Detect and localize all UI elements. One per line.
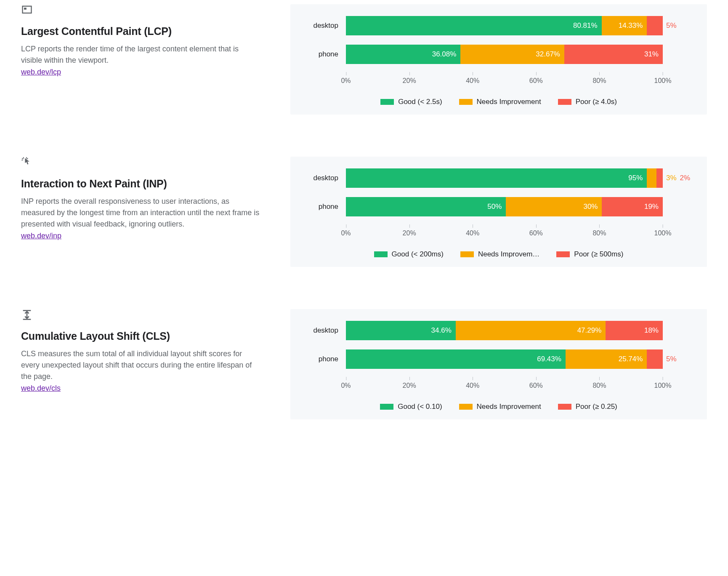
bar-row: phone50%30%19% — [307, 197, 690, 216]
bar-track: 69.43%25.74% — [346, 349, 663, 369]
legend-label: Needs Improvement — [477, 98, 541, 106]
legend-swatch — [374, 251, 388, 257]
axis-tick: 80% — [592, 77, 606, 85]
axis-tick: 60% — [529, 77, 543, 85]
bar-category-label: phone — [307, 203, 346, 211]
svg-rect-1 — [24, 8, 27, 10]
bar-value-label-outside: 2% — [677, 174, 691, 182]
bar-value-label: 47.29% — [577, 326, 602, 335]
metric-cls-description: CLS measures the sum total of all indivi… — [21, 348, 261, 382]
metric-inp-info: Interaction to Next Paint (INP)INP repor… — [21, 157, 261, 267]
metric-inp-link[interactable]: web.dev/inp — [21, 232, 61, 240]
metric-cls-link[interactable]: web.dev/cls — [21, 384, 61, 392]
axis-tick: 80% — [592, 229, 606, 237]
chart-box: desktop95%3%2%phone50%30%19%0%20%40%60%8… — [290, 157, 707, 267]
legend-label: Good (< 200ms) — [392, 250, 444, 259]
bar-seg-orange: 25.74% — [566, 349, 647, 369]
bar-value-label-outside: 5% — [663, 355, 677, 363]
axis-tick: 20% — [403, 77, 416, 85]
bar-seg-orange: 47.29% — [456, 321, 606, 340]
metric-inp: Interaction to Next Paint (INP)INP repor… — [21, 157, 707, 267]
bar-row: desktop80.81%14.33%5% — [307, 16, 690, 35]
bar-outside-labels: 5% — [663, 349, 690, 369]
legend-label: Good (< 2.5s) — [398, 98, 442, 106]
x-axis: 0%20%40%60%80%100% — [307, 73, 690, 88]
bar-seg-red — [656, 168, 663, 188]
bar-seg-green: 69.43% — [346, 349, 566, 369]
axis-tick: 80% — [592, 382, 606, 389]
legend-swatch — [380, 404, 393, 410]
legend-label: Poor (≥ 4.0s) — [576, 98, 617, 106]
bar-category-label: desktop — [307, 326, 346, 335]
bar-category-label: desktop — [307, 174, 346, 182]
legend-item-good: Good (< 0.10) — [380, 403, 442, 411]
legend-item-needs: Needs Improvem… — [460, 250, 539, 259]
bar-value-label: 34.6% — [431, 326, 452, 335]
bar-outside-labels: 5% — [663, 16, 690, 35]
legend-item-needs: Needs Improvement — [459, 98, 541, 106]
legend-item-good: Good (< 2.5s) — [380, 98, 442, 106]
legend-item-good: Good (< 200ms) — [374, 250, 444, 259]
bar-row: desktop34.6%47.29%18% — [307, 321, 690, 340]
svg-line-6 — [27, 158, 28, 159]
metric-lcp-description: LCP reports the render time of the large… — [21, 43, 261, 66]
cls-icon — [21, 309, 33, 321]
axis-tick: 20% — [403, 229, 416, 237]
bar-value-label: 25.74% — [619, 355, 643, 363]
bar-row: phone36.08%32.67%31% — [307, 45, 690, 64]
legend-label: Needs Improvement — [477, 403, 541, 411]
chart-legend: Good (< 0.10)Needs ImprovementPoor (≥ 0.… — [307, 403, 690, 411]
bar-value-label: 31% — [644, 50, 659, 59]
bar-track: 36.08%32.67%31% — [346, 45, 663, 64]
x-axis: 0%20%40%60%80%100% — [307, 378, 690, 392]
axis-tick: 60% — [529, 382, 543, 389]
legend-item-needs: Needs Improvement — [459, 403, 541, 411]
bar-seg-red — [647, 349, 663, 369]
legend-swatch — [380, 99, 394, 105]
bar-seg-orange: 14.33% — [602, 16, 647, 35]
legend-item-poor: Poor (≥ 0.25) — [558, 403, 617, 411]
bar-seg-orange — [647, 168, 656, 188]
legend-swatch — [558, 404, 571, 410]
bar-outside-labels — [663, 321, 690, 340]
metric-lcp-link[interactable]: web.dev/lcp — [21, 68, 61, 76]
legend-label: Needs Improvem… — [478, 250, 539, 259]
legend-swatch — [459, 404, 473, 410]
axis-tick: 60% — [529, 229, 543, 237]
bar-seg-green: 95% — [346, 168, 647, 188]
svg-line-3 — [22, 158, 23, 159]
bar-row: desktop95%3%2% — [307, 168, 690, 188]
axis-tick: 0% — [341, 382, 351, 389]
axis-tick: 100% — [654, 382, 672, 389]
bar-value-label-outside: 3% — [663, 174, 677, 182]
bar-value-label: 19% — [644, 203, 659, 211]
axis-tick: 20% — [403, 382, 416, 389]
bar-seg-red: 18% — [606, 321, 663, 340]
metric-lcp: Largest Contentful Paint (LCP)LCP report… — [21, 4, 707, 115]
bar-value-label-outside: 5% — [663, 21, 677, 30]
bar-value-label: 14.33% — [619, 21, 643, 30]
inp-icon — [21, 157, 33, 168]
legend-swatch — [558, 99, 571, 105]
bar-seg-red — [647, 16, 663, 35]
metric-cls-info: Cumulative Layout Shift (CLS)CLS measure… — [21, 309, 261, 419]
legend-swatch — [460, 251, 474, 257]
axis-tick: 40% — [466, 382, 479, 389]
metric-lcp-chart: desktop80.81%14.33%5%phone36.08%32.67%31… — [290, 4, 707, 115]
bar-seg-orange: 32.67% — [460, 45, 564, 64]
legend-item-poor: Poor (≥ 500ms) — [556, 250, 623, 259]
bar-value-label: 95% — [628, 174, 643, 182]
legend-item-poor: Poor (≥ 4.0s) — [558, 98, 617, 106]
chart-box: desktop80.81%14.33%5%phone36.08%32.67%31… — [290, 4, 707, 115]
axis-tick: 40% — [466, 77, 479, 85]
bar-value-label: 36.08% — [432, 50, 457, 59]
legend-label: Poor (≥ 0.25) — [576, 403, 617, 411]
bar-value-label: 80.81% — [573, 21, 598, 30]
bar-outside-labels — [663, 197, 690, 216]
bar-track: 80.81%14.33% — [346, 16, 663, 35]
axis-tick: 100% — [654, 229, 672, 237]
metric-inp-title: Interaction to Next Paint (INP) — [21, 178, 261, 190]
bar-track: 50%30%19% — [346, 197, 663, 216]
bar-seg-green: 36.08% — [346, 45, 460, 64]
metric-lcp-info: Largest Contentful Paint (LCP)LCP report… — [21, 4, 261, 115]
